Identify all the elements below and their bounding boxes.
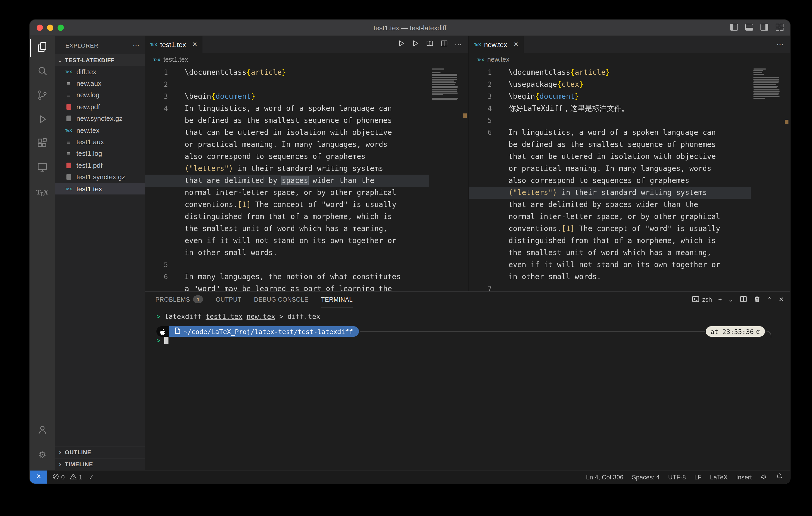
toggle-panel-icon[interactable]: [745, 24, 753, 31]
build-latex-button[interactable]: [398, 40, 405, 49]
settings-button[interactable]: ⚙: [30, 443, 55, 467]
file-item-test1.log[interactable]: ≡test1.log: [55, 148, 145, 159]
code-line[interactable]: 1\documentclass{article}: [145, 66, 429, 79]
accounts-button[interactable]: [30, 419, 55, 443]
cursor-position-status[interactable]: Ln 4, Col 306: [586, 474, 624, 481]
code-line[interactable]: conventions.[1] The concept of "word" is…: [469, 223, 751, 235]
eol-status[interactable]: LF: [694, 474, 702, 481]
code-line[interactable]: that are delimited by spaces wider than …: [469, 199, 751, 211]
toggle-primary-sidebar-icon[interactable]: [730, 24, 738, 31]
code-line[interactable]: the smallest unit of word which has a me…: [145, 223, 429, 235]
sidebar-item-remote-explorer[interactable]: [30, 156, 55, 180]
indentation-status[interactable]: Spaces: 4: [632, 474, 660, 481]
language-mode-status[interactable]: LaTeX: [710, 474, 728, 481]
file-item-new.pdf[interactable]: new.pdf: [55, 101, 145, 113]
code-line[interactable]: in other small words.: [145, 247, 429, 259]
file-item-test1.aux[interactable]: ≡test1.aux: [55, 136, 145, 148]
close-icon[interactable]: ✕: [514, 41, 519, 48]
close-icon[interactable]: ✕: [192, 41, 198, 48]
kill-terminal-trash-icon[interactable]: [753, 295, 761, 304]
code-line[interactable]: 6In linguistics, a word of a spoken lang…: [469, 126, 751, 139]
file-item-test1.pdf[interactable]: test1.pdf: [55, 159, 145, 171]
code-line[interactable]: ("letters") in their standard writing sy…: [145, 162, 429, 175]
sidebar-item-run-debug[interactable]: [30, 108, 55, 132]
code-line[interactable]: conventions.[1] The concept of "word" is…: [145, 199, 429, 211]
code-line[interactable]: 3\begin{document}: [469, 90, 751, 102]
code-line[interactable]: also correspond to sequences of grapheme…: [469, 175, 751, 187]
code-line[interactable]: 2: [145, 79, 429, 90]
code-line[interactable]: 1\documentclass{article}: [469, 66, 751, 79]
more-actions-icon[interactable]: ⋯: [455, 40, 462, 49]
code-line[interactable]: 4你好LaTeXdiff，这里是标注文件。: [469, 102, 751, 115]
close-window-button[interactable]: [37, 25, 43, 31]
toggle-secondary-sidebar-icon[interactable]: [760, 24, 768, 31]
sidebar-item-extensions[interactable]: [30, 132, 55, 156]
encoding-status[interactable]: UTF-8: [668, 474, 686, 481]
code-line[interactable]: be defined as the smallest sequence of p…: [469, 139, 751, 151]
code-line[interactable]: that are delimited by spaces wider than …: [145, 175, 429, 187]
code-line[interactable]: 4In linguistics, a word of a spoken lang…: [145, 102, 429, 115]
close-panel-icon[interactable]: ✕: [779, 296, 784, 303]
code-line[interactable]: 2\usepackage{ctex}: [469, 79, 751, 90]
explorer-more-actions-icon[interactable]: ⋯: [133, 41, 140, 49]
breadcrumb-item[interactable]: new.tex: [487, 56, 509, 63]
code-line[interactable]: the smallest unit of word which has a me…: [469, 247, 751, 259]
code-line[interactable]: normal inter-letter space, or by other g…: [469, 211, 751, 223]
sidebar-item-source-control[interactable]: [30, 84, 55, 108]
code-line[interactable]: 3\begin{document}: [145, 90, 429, 102]
code-line[interactable]: normal inter-letter space, or by other g…: [145, 187, 429, 199]
code-line[interactable]: that can be uttered in isolation with ob…: [469, 151, 751, 162]
code-line[interactable]: or practical meaning. In many languages,…: [145, 139, 429, 151]
minimize-window-button[interactable]: [47, 25, 53, 31]
code-line[interactable]: distinguished from that of a morpheme, w…: [469, 235, 751, 247]
sidebar-item-search[interactable]: [30, 60, 55, 84]
new-terminal-icon[interactable]: +: [718, 296, 722, 303]
sidebar-item-explorer[interactable]: [30, 36, 55, 60]
file-item-new.log[interactable]: ≡new.log: [55, 89, 145, 101]
feedback-icon[interactable]: [760, 473, 767, 481]
breadcrumb[interactable]: TeX test1.tex: [145, 53, 468, 66]
maximize-panel-icon[interactable]: ⌃: [767, 296, 772, 303]
timeline-section[interactable]: › TIMELINE: [55, 458, 145, 470]
run-button[interactable]: [412, 40, 419, 49]
editor-new-tex[interactable]: 1\documentclass{article}2\usepackage{cte…: [469, 66, 790, 291]
code-line[interactable]: even if it will not stand on its own tog…: [469, 259, 751, 271]
file-item-new.tex[interactable]: TeXnew.tex: [55, 124, 145, 136]
sidebar-item-latex-workshop[interactable]: TEX: [30, 180, 55, 205]
code-line[interactable]: in other small words.: [469, 271, 751, 283]
panel-tab-terminal[interactable]: TERMINAL: [321, 292, 353, 307]
code-line[interactable]: 5: [469, 115, 751, 126]
tab-new-tex[interactable]: TeX new.tex ✕: [469, 36, 524, 53]
code-line[interactable]: a "word" may be learned as part of learn…: [145, 283, 429, 291]
terminal-profile-dropdown-icon[interactable]: ⌄: [728, 296, 733, 303]
notifications-bell-icon[interactable]: [776, 473, 783, 482]
code-line[interactable]: that can be uttered in isolation with ob…: [145, 126, 429, 139]
terminal-input-line[interactable]: >: [156, 337, 790, 345]
code-line[interactable]: be defined as the smallest sequence of p…: [145, 115, 429, 126]
customize-layout-icon[interactable]: [775, 24, 784, 31]
file-item-test1.synctex.gz[interactable]: test1.synctex.gz: [55, 171, 145, 183]
breadcrumb-item[interactable]: test1.tex: [163, 56, 188, 63]
folder-header[interactable]: ⌄ TEST-LATEXDIFF: [55, 54, 145, 66]
code-line[interactable]: ("letters") in their standard writing sy…: [469, 187, 751, 199]
file-item-test1.tex[interactable]: TeXtest1.tex: [55, 183, 145, 195]
outline-section[interactable]: › OUTLINE: [55, 446, 145, 458]
minimap[interactable]: [753, 68, 783, 101]
split-editor-icon[interactable]: [440, 40, 448, 49]
terminal-view[interactable]: > latexdiff test1.tex new.tex > diff.tex…: [145, 307, 790, 472]
problems-status[interactable]: 0 1: [52, 473, 82, 481]
zoom-window-button[interactable]: [58, 25, 64, 31]
code-line[interactable]: even if it will not stand on its own tog…: [145, 235, 429, 247]
panel-tab-debug-console[interactable]: DEBUG CONSOLE: [254, 292, 309, 307]
code-line[interactable]: 7: [469, 283, 751, 291]
code-line[interactable]: 6In many languages, the notion of what c…: [145, 271, 429, 283]
terminal-shell-selector[interactable]: zsh: [692, 295, 712, 304]
remote-indicator[interactable]: [30, 471, 47, 484]
code-line[interactable]: or practical meaning. In many languages,…: [469, 162, 751, 175]
editor-test1-tex[interactable]: 1\documentclass{article}23\begin{documen…: [145, 66, 468, 291]
panel-tab-output[interactable]: OUTPUT: [216, 292, 241, 307]
code-line[interactable]: distinguished from that of a morpheme, w…: [145, 211, 429, 223]
open-preview-icon[interactable]: [426, 40, 434, 49]
formatter-status[interactable]: ✓: [89, 474, 94, 481]
more-actions-icon[interactable]: ⋯: [776, 40, 784, 49]
